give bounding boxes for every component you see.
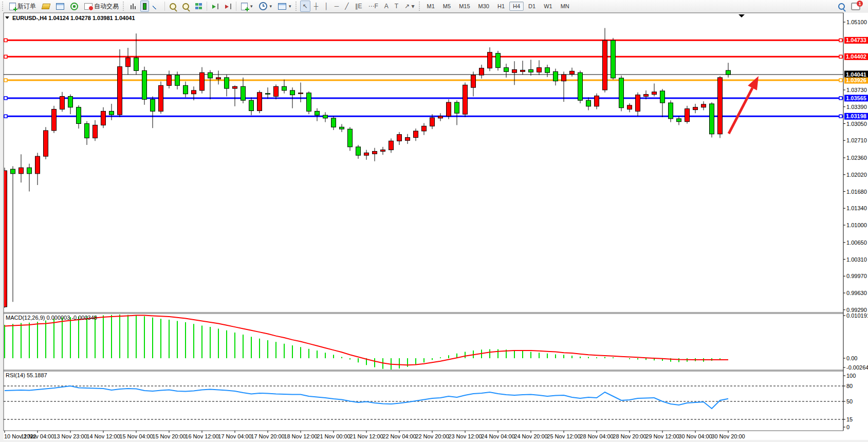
drawing-toolbar: ↖┼│─╱∥E⋯FAT↗ ▾ [300, 1, 418, 12]
tab-timeframe-m30[interactable]: M30 [475, 2, 493, 11]
line-handle[interactable] [839, 115, 842, 118]
tile-windows-button[interactable] [193, 1, 205, 12]
arrows-icon: ↗ ▾ [404, 3, 414, 10]
toolbar-grip[interactable] [123, 2, 126, 11]
tab-timeframe-h1[interactable]: H1 [494, 2, 508, 11]
auto-scroll-button[interactable] [222, 1, 234, 12]
notification-badge: 1 [857, 1, 863, 7]
svg-text:1.01680: 1.01680 [846, 189, 867, 195]
auto-scroll-icon [225, 4, 231, 9]
tab-timeframe-m15[interactable]: M15 [455, 2, 473, 11]
search-icon [838, 3, 845, 10]
line-handle[interactable] [4, 79, 7, 82]
signal-icon [70, 3, 78, 10]
svg-text:1.03050: 1.03050 [846, 121, 867, 127]
line-handle[interactable] [839, 97, 842, 100]
template-icon [278, 3, 286, 10]
signals-button[interactable] [68, 1, 81, 12]
zoom-out-icon [182, 3, 189, 10]
line-handle[interactable] [839, 79, 842, 82]
line-handle[interactable] [4, 39, 7, 42]
svg-text:0: 0 [846, 424, 849, 430]
svg-text:17 Nov 20:00: 17 Nov 20:00 [251, 433, 284, 439]
line-handle[interactable] [4, 55, 7, 58]
tab-timeframe-w1[interactable]: W1 [540, 2, 556, 11]
market-watch-button[interactable] [40, 1, 52, 12]
svg-text:1.03390: 1.03390 [846, 104, 867, 110]
mt4-window: 新订单 自动交易 [0, 0, 868, 442]
zoom-in-button[interactable] [167, 1, 179, 12]
text-label-tool-button[interactable]: T [392, 1, 401, 12]
svg-text:1.00310: 1.00310 [846, 256, 867, 263]
tab-timeframe-m5[interactable]: M5 [439, 2, 454, 11]
svg-text:1.05100: 1.05100 [846, 19, 867, 25]
auto-trading-button[interactable]: 自动交易 [82, 1, 121, 12]
clock-icon [259, 2, 267, 10]
vertical-line-icon: │ [324, 3, 328, 10]
svg-text:50: 50 [846, 398, 853, 404]
templates-button[interactable]: ▾ [275, 1, 294, 12]
svg-text:24 Nov 20:00: 24 Nov 20:00 [514, 433, 547, 439]
svg-text:1.01000: 1.01000 [846, 222, 867, 228]
zoom-out-button[interactable] [180, 1, 192, 12]
line-handle[interactable] [839, 39, 842, 42]
bar-chart-button[interactable] [127, 1, 139, 12]
tab-timeframe-mn[interactable]: MN [557, 2, 573, 11]
svg-text:23 Nov 12:00: 23 Nov 12:00 [448, 433, 482, 439]
cursor-tool-button[interactable]: ↖ [300, 1, 310, 12]
line-chart-button[interactable] [150, 1, 162, 12]
chart-window-icon [56, 3, 64, 10]
text-label-icon: T [395, 3, 398, 10]
svg-text:22 Nov 20:00: 22 Nov 20:00 [415, 433, 449, 439]
svg-text:1.03926: 1.03926 [846, 77, 866, 83]
chart-shift-button[interactable] [209, 1, 221, 12]
svg-text:0.99290: 0.99290 [846, 307, 867, 313]
fibonacci-tool-button[interactable]: ⋯F [365, 1, 380, 12]
toolbar-grip[interactable] [296, 2, 299, 11]
equidistant-channel-tool-button[interactable]: ∥E [352, 1, 364, 12]
arrows-tool-button[interactable]: ↗ ▾ [402, 1, 417, 12]
zoom-in-icon [170, 3, 176, 10]
text-tool-button[interactable]: A [382, 1, 391, 12]
crosshair-tool-button[interactable]: ┼ [311, 1, 321, 12]
svg-text:25 Nov 12:00: 25 Nov 12:00 [547, 433, 580, 439]
toolbar-grip[interactable] [2, 2, 5, 11]
search-button[interactable] [836, 1, 847, 12]
period-button[interactable]: ▾ [256, 1, 275, 12]
bar-chart-icon [130, 3, 137, 9]
vertical-line-tool-button[interactable]: │ [322, 1, 331, 12]
line-chart-icon [153, 4, 160, 9]
svg-text:1.04402: 1.04402 [846, 53, 866, 60]
new-chart-button[interactable]: ▾ [238, 1, 255, 12]
svg-text:1.04041: 1.04041 [846, 71, 866, 78]
chart-title: EURUSD-,H4 1.04124 1.04278 1.03981 1.040… [5, 15, 135, 21]
new-order-button[interactable]: 新订单 [7, 1, 39, 12]
svg-text:28 Nov 04:00: 28 Nov 04:00 [580, 433, 613, 439]
main-toolbar: 新订单 自动交易 [0, 0, 868, 13]
svg-text:1.00650: 1.00650 [846, 240, 867, 246]
svg-text:100: 100 [846, 373, 856, 379]
horizontal-line-icon: ─ [335, 3, 339, 10]
tab-timeframe-h4[interactable]: H4 [509, 2, 524, 11]
svg-text:28 Nov 20:00: 28 Nov 20:00 [613, 433, 646, 439]
trendline-tool-button[interactable]: ╱ [342, 1, 351, 12]
tab-timeframe-d1[interactable]: D1 [525, 2, 539, 11]
candlestick-chart-button[interactable] [140, 1, 149, 12]
line-handle[interactable] [4, 97, 7, 100]
toolbar-grip[interactable] [419, 2, 422, 11]
svg-text:17 Nov 04:00: 17 Nov 04:00 [218, 433, 251, 439]
svg-text:1.02360: 1.02360 [846, 155, 867, 161]
horizontal-line-tool-button[interactable]: ─ [332, 1, 342, 12]
line-handle[interactable] [4, 115, 7, 118]
svg-text:21 Nov 00:00: 21 Nov 00:00 [317, 433, 350, 439]
data-window-button[interactable] [53, 1, 67, 12]
svg-text:1.01340: 1.01340 [846, 205, 867, 211]
svg-text:13 Nov 23:00: 13 Nov 23:00 [53, 433, 87, 439]
line-handle[interactable] [839, 55, 842, 58]
chart-area: 1.051001.037301.033901.030501.027101.023… [0, 12, 868, 442]
svg-text:80: 80 [846, 383, 853, 389]
tab-timeframe-m1[interactable]: M1 [423, 2, 438, 11]
svg-text:0.99630: 0.99630 [846, 290, 867, 296]
notifications-button[interactable]: 1 [848, 1, 863, 12]
svg-text:1.03198: 1.03198 [846, 113, 866, 119]
